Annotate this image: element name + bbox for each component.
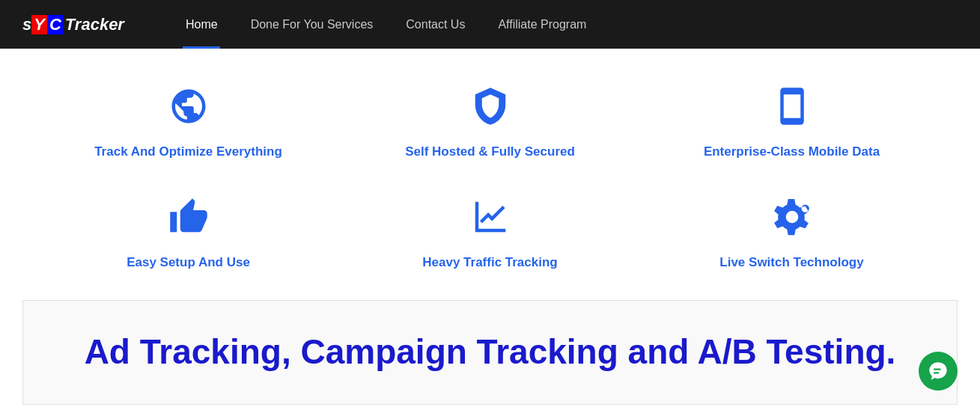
chat-icon xyxy=(928,361,949,382)
feature-label-2: Enterprise-Class Mobile Data xyxy=(704,144,880,159)
feature-item-3: Easy Setup And Use xyxy=(45,189,332,278)
nav-contact[interactable]: Contact Us xyxy=(389,0,481,49)
logo-text: Tracker xyxy=(65,15,124,34)
features-grid: Track And Optimize Everything Self Hoste… xyxy=(45,79,935,278)
nav-links: Home Done For You Services Contact Us Af… xyxy=(169,0,603,49)
feature-icon-5 xyxy=(772,197,812,243)
logo[interactable]: sYCTracker xyxy=(22,15,124,34)
logo-y: Y xyxy=(31,15,47,34)
feature-item-4: Heavy Traffic Tracking xyxy=(347,189,633,278)
nav-done-for-you[interactable]: Done For You Services xyxy=(234,0,390,49)
feature-label-4: Heavy Traffic Tracking xyxy=(422,255,557,270)
feature-icon-3 xyxy=(168,197,209,243)
feature-icon-1 xyxy=(470,86,511,132)
feature-item-0: Track And Optimize Everything xyxy=(45,79,332,167)
nav-affiliate[interactable]: Affiliate Program xyxy=(481,0,603,49)
feature-label-0: Track And Optimize Everything xyxy=(94,144,282,159)
feature-icon-0 xyxy=(168,86,209,132)
chat-button[interactable] xyxy=(919,352,958,391)
feature-item-5: Live Switch Technology xyxy=(648,189,935,278)
feature-icon-4 xyxy=(470,197,511,243)
features-section: Track And Optimize Everything Self Hoste… xyxy=(0,49,980,300)
feature-label-3: Easy Setup And Use xyxy=(127,255,250,270)
hero-title: Ad Tracking, Campaign Tracking and A/B T… xyxy=(38,331,942,374)
feature-label-5: Live Switch Technology xyxy=(719,255,863,270)
logo-s: s xyxy=(22,15,31,34)
nav-home[interactable]: Home xyxy=(169,0,234,49)
hero-banner: Ad Tracking, Campaign Tracking and A/B T… xyxy=(22,300,958,405)
feature-item-2: Enterprise-Class Mobile Data xyxy=(648,79,935,167)
feature-label-1: Self Hosted & Fully Secured xyxy=(405,144,575,159)
feature-item-1: Self Hosted & Fully Secured xyxy=(347,79,633,167)
feature-icon-2 xyxy=(772,86,812,132)
navigation: sYCTracker Home Done For You Services Co… xyxy=(0,0,980,49)
logo-c: C xyxy=(47,15,64,34)
